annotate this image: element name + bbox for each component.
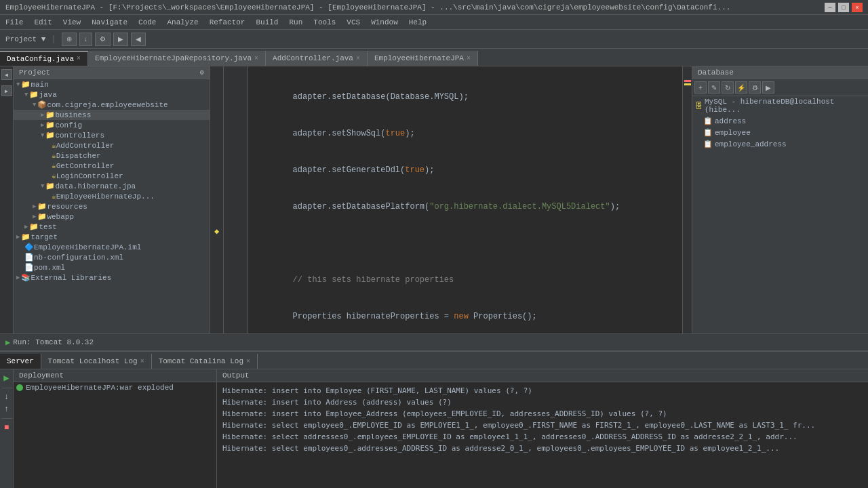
bottom-tab-catalina-log[interactable]: Tomcat Catalina Log × <box>152 354 258 369</box>
db-tree-mysql[interactable]: 🗄 MySQL - hibernateDB@localhost (hibe... <box>692 96 868 115</box>
tree-item-webapp[interactable]: ▶ 📁 webapp <box>14 211 210 222</box>
tree-item-nbconfig[interactable]: 📄 nb-configuration.xml <box>14 252 210 262</box>
menu-item-build[interactable]: Build <box>250 17 283 28</box>
db-console-btn[interactable]: ▶ <box>762 81 774 94</box>
bottom-panel: Server Tomcat Localhost Log × Tomcat Cat… <box>0 351 868 488</box>
deployment-item[interactable]: EmployeeHibernateJPA:war exploded <box>14 382 216 393</box>
ln-blank7 <box>228 140 243 152</box>
tree-label-test: test <box>39 223 56 231</box>
project-tree: ▼ 📁 main ▼ 📁 java ▼ 📦 com.cigreja.employ… <box>14 79 210 333</box>
tree-item-dispatcher[interactable]: ☕ Dispatcher <box>14 150 210 161</box>
tree-label-config: config <box>55 121 82 129</box>
ln-blank4 <box>228 103 243 115</box>
menu-item-help[interactable]: Help <box>403 17 432 28</box>
bottom-arrow-down[interactable]: ↓ <box>4 392 9 402</box>
folder-icon-webapp: 📁 <box>37 212 47 221</box>
db-tree-employee[interactable]: 📋 employee <box>692 127 868 138</box>
tab-repository-close[interactable]: × <box>254 55 258 62</box>
tree-item-com[interactable]: ▼ 📦 com.cigreja.employeewebsite <box>14 100 210 110</box>
db-settings-btn[interactable]: ⚙ <box>749 81 761 94</box>
menu-item-edit[interactable]: Edit <box>28 17 57 28</box>
toolbar-btn-2[interactable]: ↓ <box>79 33 92 46</box>
minimize-button[interactable]: – <box>825 3 835 12</box>
maximize-button[interactable]: □ <box>838 3 849 12</box>
folder-icon-resources: 📁 <box>37 202 47 211</box>
menu-item-view[interactable]: View <box>58 17 86 28</box>
tree-item-main[interactable]: ▼ 📁 main <box>14 79 210 89</box>
db-connect-btn[interactable]: ⚡ <box>735 81 747 94</box>
db-tree-employee-address[interactable]: 📋 employee_address <box>692 138 868 150</box>
bottom-tab-server[interactable]: Server <box>0 354 41 369</box>
menu-item-run[interactable]: Run <box>283 17 308 28</box>
menu-item-vcs[interactable]: VCS <box>341 17 366 28</box>
window-title: EmployeeHibernateJPA - [F:\Projects\_wor… <box>5 3 730 12</box>
bottom-tab-localhost-close[interactable]: × <box>140 358 144 365</box>
tree-item-pom[interactable]: 📄 pom.xml <box>14 262 210 272</box>
tree-item-getcontroller[interactable]: ☕ GetController <box>14 161 210 171</box>
bottom-stop-icon[interactable]: ■ <box>4 423 9 432</box>
bottom-run-icon[interactable]: ▶ <box>3 372 9 384</box>
tab-dataconfig-close[interactable]: × <box>77 55 81 62</box>
menu-item-file[interactable]: File <box>0 17 28 28</box>
ln-blank8 <box>228 152 243 164</box>
close-button[interactable]: × <box>852 3 863 12</box>
project-panel-header: Project ⚙ <box>14 66 210 79</box>
db-add-btn[interactable]: + <box>694 81 707 94</box>
tab-employeejpa[interactable]: EmployeeHibernateJPA × <box>368 51 478 66</box>
tab-dataconfig[interactable]: DataConfig.java × <box>0 51 88 66</box>
toolbar-btn-3[interactable]: ⚙ <box>95 33 111 46</box>
tree-item-business[interactable]: ▶ 📁 business <box>14 110 210 120</box>
tree-item-extlibs[interactable]: ▶ 📚 External Libraries <box>14 272 210 283</box>
bottom-tab-localhost-log[interactable]: Tomcat Localhost Log × <box>41 354 152 369</box>
ln-blank14 <box>228 225 243 237</box>
ln-blank <box>228 66 243 79</box>
output-content[interactable]: Hibernate: insert into Employee (FIRST_N… <box>217 382 868 487</box>
tree-item-controllers[interactable]: ▼ 📁 controllers <box>14 130 210 140</box>
bottom-divider1 <box>1 388 12 388</box>
tree-item-addcontroller[interactable]: ☕ AddController <box>14 140 210 150</box>
tab-addcontroller-close[interactable]: × <box>356 55 360 62</box>
menu-item-code[interactable]: Code <box>133 17 161 28</box>
db-employee-icon: 📋 <box>703 128 713 137</box>
folder-icon-java: 📁 <box>29 90 39 99</box>
menu-item-navigate[interactable]: Navigate <box>86 17 133 28</box>
toolbar-btn-1[interactable]: ⊕ <box>62 33 77 46</box>
tree-item-datajpa[interactable]: ▼ 📁 data.hibernate.jpa <box>14 181 210 191</box>
tree-label-webapp: webapp <box>47 213 74 221</box>
menu-item-tools[interactable]: Tools <box>308 17 341 28</box>
code-line-2: adapter.setShowSql(true); <box>254 127 677 140</box>
db-refresh-btn[interactable]: ↻ <box>722 81 734 94</box>
tree-item-empjpa[interactable]: ☕ EmployeeHibernateJp... <box>14 191 210 201</box>
tree-item-test[interactable]: ▶ 📁 test <box>14 222 210 232</box>
tree-item-java[interactable]: ▼ 📁 java <box>14 89 210 100</box>
code-editor[interactable]: ◆ <box>210 66 692 333</box>
tree-item-config[interactable]: ▶ 📁 config <box>14 120 210 130</box>
gutter-icon-2[interactable]: ▶ <box>1 85 12 96</box>
tree-item-resources[interactable]: ▶ 📁 resources <box>14 201 210 211</box>
toolbar-btn-5[interactable]: ◀ <box>131 33 146 46</box>
menu-item-refactor[interactable]: Refactor <box>204 17 251 28</box>
tab-employeejpa-close[interactable]: × <box>467 55 471 62</box>
ln-blank13 <box>228 213 243 225</box>
db-tree-address[interactable]: 📋 address <box>692 115 868 127</box>
menu-item-analyze[interactable]: Analyze <box>161 17 203 28</box>
java-icon-addcontroller: ☕ <box>52 141 56 150</box>
ln-blank3 <box>228 91 243 103</box>
menu-item-window[interactable]: Window <box>366 17 403 28</box>
tree-item-iml[interactable]: 🔷 EmployeeHibernateJPA.iml <box>14 242 210 252</box>
code-lines-area[interactable]: adapter.setDatabase(Database.MYSQL); ada… <box>248 66 682 333</box>
tree-arrow-com: ▼ <box>33 102 36 108</box>
bottom-tab-catalina-close[interactable]: × <box>246 358 250 365</box>
tab-addcontroller[interactable]: AddController.java × <box>266 51 368 66</box>
bottom-arrow-up[interactable]: ↑ <box>4 405 9 414</box>
db-edit-btn[interactable]: ✎ <box>708 81 720 94</box>
tree-item-logincontroller[interactable]: ☕ LoginController <box>14 171 210 181</box>
tree-item-target[interactable]: ▶ 📁 target <box>14 232 210 242</box>
gutter-icon-1[interactable]: ◀ <box>1 69 12 80</box>
tree-label-empjpa: EmployeeHibernateJp... <box>56 192 155 201</box>
tab-repository[interactable]: EmployeeHibernateJpaRepository.java × <box>88 51 266 66</box>
toolbar-btn-4[interactable]: ▶ <box>113 33 128 46</box>
tree-label-dispatcher: Dispatcher <box>56 152 101 160</box>
bottom-tab-localhost-label: Tomcat Localhost Log <box>48 357 138 365</box>
project-header-gear[interactable]: ⚙ <box>200 68 204 77</box>
